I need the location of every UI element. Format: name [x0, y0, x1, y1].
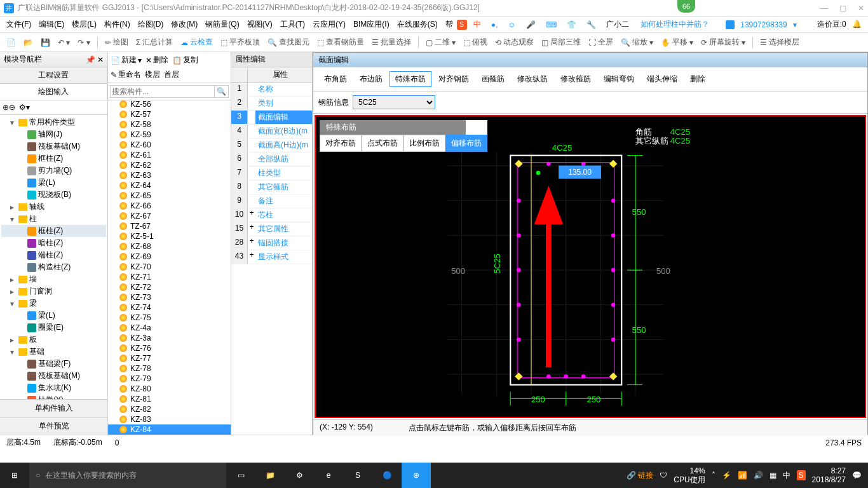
ime-smile-icon[interactable]: ☺	[504, 20, 519, 29]
orbit-button[interactable]: ⟲ 动态观察	[492, 37, 536, 48]
tree-item[interactable]: 暗柱(Z)	[1, 237, 106, 249]
new-file-button[interactable]: 📄	[4, 38, 18, 47]
tray-360-icon[interactable]: 🛡	[660, 471, 667, 480]
first-floor-button[interactable]: 首层	[164, 69, 179, 80]
property-row[interactable]: 2类别	[231, 97, 312, 111]
menu-modify[interactable]: 修改(M)	[167, 19, 201, 30]
rotate-screen-button[interactable]: ⟳ 屏幕旋转 ▾	[698, 37, 748, 48]
tree-item[interactable]: ▸板	[1, 334, 106, 346]
tray-link-icon[interactable]: 🔗 链接	[627, 470, 653, 481]
list-item[interactable]: KZ-58	[108, 119, 231, 130]
property-row[interactable]: 15+其它属性	[231, 222, 312, 236]
tray-volume-icon[interactable]: 🔊	[754, 471, 763, 480]
list-item[interactable]: KZ-56	[108, 100, 231, 109]
align-top-button[interactable]: ⬚ 平齐板顶	[218, 37, 262, 48]
tree-item[interactable]: 基础梁(F)	[1, 358, 106, 370]
rebar-info-select[interactable]: 5C25	[353, 95, 435, 109]
list-item[interactable]: KZ-62	[108, 160, 231, 170]
search-input[interactable]	[110, 85, 215, 98]
app-edge[interactable]: e	[314, 463, 343, 488]
list-item[interactable]: KZ-64	[108, 180, 231, 191]
list-item[interactable]: KZ-5-1	[108, 231, 231, 241]
start-button[interactable]: ⊞	[0, 463, 29, 488]
list-item[interactable]: KZ-81	[108, 394, 231, 404]
tree-item[interactable]: 构造柱(Z)	[1, 261, 106, 273]
list-item[interactable]: KZ-68	[108, 241, 231, 252]
menu-online[interactable]: 在线服务(S)	[393, 19, 442, 30]
property-row[interactable]: 1名称	[231, 83, 312, 97]
list-item[interactable]: KZ-57	[108, 109, 231, 119]
list-item[interactable]: KZ-77	[108, 353, 231, 363]
maximize-button[interactable]: ▢	[839, 4, 846, 13]
section-tab[interactable]: 画箍筋	[476, 71, 510, 87]
section-tab[interactable]: 删除	[684, 71, 711, 87]
list-item[interactable]: KZ-66	[108, 201, 231, 211]
section-tab[interactable]: 特殊布筋	[390, 71, 431, 87]
list-item[interactable]: KZ-3a	[108, 333, 231, 343]
view-2d-button[interactable]: ▢ 二维 ▾	[423, 37, 458, 48]
section-tab[interactable]: 修改纵筋	[512, 71, 553, 87]
delete-component-button[interactable]: ✕ 删除	[146, 55, 168, 65]
tree-item[interactable]: 柱墩(Y)	[1, 394, 106, 399]
undo-button[interactable]: ↶ ▾	[55, 38, 72, 47]
menu-file[interactable]: 文件(F)	[3, 19, 35, 30]
ime-skin-icon[interactable]: 👕	[563, 20, 580, 29]
tree-item[interactable]: ▾梁	[1, 297, 106, 309]
top-view-button[interactable]: ⬚ 俯视	[461, 37, 490, 48]
local-3d-button[interactable]: ◫ 局部三维	[539, 37, 583, 48]
rename-button[interactable]: ✎ 重命名	[111, 69, 141, 80]
list-item[interactable]: KZ-61	[108, 150, 231, 160]
sum-button[interactable]: Σ 汇总计算	[133, 37, 175, 48]
zoom-button[interactable]: 🔍 缩放 ▾	[618, 37, 656, 48]
tree-item[interactable]: ▾基础	[1, 346, 106, 358]
list-item[interactable]: KZ-78	[108, 363, 231, 374]
tree-item[interactable]: ▸墙	[1, 273, 106, 285]
property-row[interactable]: 9备注	[231, 194, 312, 208]
view-rebar-button[interactable]: ⬚ 查看钢筋量	[315, 37, 367, 48]
menu-draw[interactable]: 绘图(D)	[134, 19, 168, 30]
property-row[interactable]: 28+锚固搭接	[231, 236, 312, 250]
search-button[interactable]: 🔍	[215, 85, 229, 98]
menu-edit[interactable]: 编辑(E)	[35, 19, 68, 30]
open-file-button[interactable]: 📂	[21, 38, 36, 47]
ime-user[interactable]: 广小二	[602, 19, 633, 30]
list-item[interactable]: KZ-79	[108, 374, 231, 384]
ime-wrench-icon[interactable]: 🔧	[583, 20, 600, 29]
pan-button[interactable]: ✋ 平移 ▾	[658, 37, 696, 48]
tray-app-icon[interactable]: ▦	[770, 471, 776, 480]
tree-item[interactable]: 梁(L)	[1, 177, 106, 189]
draw-button[interactable]: ✏ 绘图	[102, 37, 131, 48]
property-row[interactable]: 7柱类型	[231, 166, 312, 180]
tree-item[interactable]: 圈梁(E)	[1, 322, 106, 334]
list-item[interactable]: TZ-67	[108, 221, 231, 231]
section-canvas[interactable]: 特殊布筋 对齐布筋点式布筋比例布筋偏移布筋	[315, 115, 866, 418]
list-item[interactable]: KZ-80	[108, 384, 231, 394]
section-tab[interactable]: 布边筋	[354, 71, 388, 87]
menu-bim[interactable]: BIM应用(I)	[349, 19, 393, 30]
tree-item[interactable]: ▾柱	[1, 213, 106, 225]
property-row[interactable]: 8其它箍筋	[231, 180, 312, 194]
taskbar-clock[interactable]: 8:272018/8/27	[812, 466, 846, 485]
tray-network-icon[interactable]: 📶	[738, 471, 747, 480]
section-tab[interactable]: 对齐钢筋	[433, 71, 475, 87]
copy-component-button[interactable]: 📋 复制	[172, 55, 198, 65]
batch-select-button[interactable]: ☰ 批量选择	[369, 37, 414, 48]
menu-help[interactable]: 帮	[442, 19, 457, 30]
pin-icon[interactable]: 📌 ✕	[86, 55, 104, 64]
tree-item[interactable]: ▸门窗洞	[1, 285, 106, 297]
sub-tab[interactable]: 比例布筋	[403, 135, 445, 152]
minimize-button[interactable]: —	[820, 4, 828, 13]
tray-sogou-icon[interactable]: S	[797, 470, 806, 480]
tree-config-icon[interactable]: ⚙▾	[19, 103, 30, 112]
ime-dot-icon[interactable]: ●,	[487, 20, 502, 29]
new-component-button[interactable]: 📄 新建 ▾	[111, 55, 142, 65]
sub-tab[interactable]: 偏移布筋	[445, 135, 487, 152]
list-item[interactable]: KZ-63	[108, 170, 231, 180]
tree-item[interactable]: ▸轴线	[1, 201, 106, 213]
cpu-meter[interactable]: 14%CPU使用	[674, 466, 705, 485]
tree-item[interactable]: 集水坑(K)	[1, 382, 106, 394]
floor-button[interactable]: 楼层	[145, 69, 160, 80]
single-preview-button[interactable]: 单件预览	[0, 417, 107, 435]
taskbar-search[interactable]: ○ 在这里输入你要搜索的内容	[29, 463, 226, 488]
menu-tools[interactable]: 工具(T)	[276, 19, 309, 30]
